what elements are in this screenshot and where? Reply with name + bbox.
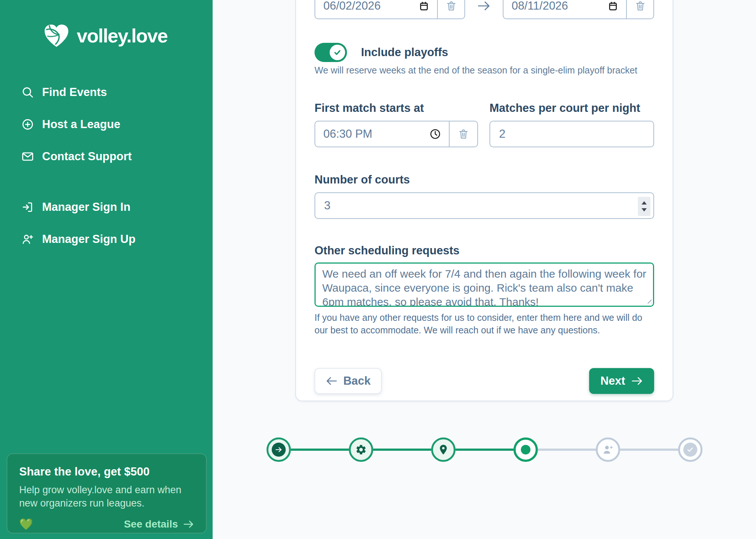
progress-stepper [213, 437, 756, 462]
stepper-connector [373, 449, 431, 451]
first-match-field: First match starts at 06:30 PM [315, 102, 478, 147]
clock-icon[interactable] [430, 128, 441, 140]
first-match-time-value: 06:30 PM [323, 127, 372, 141]
courts-label: Number of courts [315, 173, 654, 186]
arrow-left-icon [326, 376, 337, 386]
matches-per-court-value: 2 [499, 127, 505, 141]
calendar-icon[interactable] [419, 1, 429, 11]
form-actions: Back Next [315, 368, 654, 394]
date-range-arrow-icon [477, 0, 491, 11]
other-requests-textarea[interactable]: We need an off week for 7/4 and then aga… [315, 262, 654, 307]
stepper-down-icon[interactable] [642, 208, 647, 212]
arrow-right-icon [631, 376, 643, 386]
end-date-input[interactable]: 08/11/2026 [504, 0, 626, 18]
green-heart-icon: 💚 [19, 519, 33, 530]
start-date-value: 06/02/2026 [323, 0, 381, 13]
clear-end-date-button[interactable] [626, 0, 653, 18]
back-label: Back [343, 374, 371, 388]
sidebar-item-host-league[interactable]: Host a League [0, 108, 213, 140]
other-requests-helper: If you have any other requests for us to… [315, 311, 654, 336]
first-match-label: First match starts at [315, 102, 478, 115]
logo-text: volley.love [77, 25, 168, 47]
step-settings[interactable] [349, 437, 373, 462]
volleyball-heart-icon [44, 24, 69, 47]
person-plus-icon [602, 443, 614, 456]
stepper-connector [538, 449, 596, 451]
include-playoffs-row: Include playoffs [315, 43, 654, 62]
stepper-up-icon[interactable] [642, 201, 647, 205]
check-icon [333, 48, 341, 56]
matches-per-court-label: Matches per court per night [489, 102, 654, 115]
other-requests-label: Other scheduling requests [315, 244, 654, 257]
check-icon [683, 443, 697, 457]
stepper-connector [620, 449, 678, 451]
season-date-range: 06/02/2026 08/11/20 [315, 0, 654, 19]
next-button[interactable]: Next [589, 368, 654, 394]
trash-icon [635, 0, 645, 12]
end-date-group: 08/11/2026 [503, 0, 654, 19]
promo-body: Help grow volley.love and earn when new … [19, 484, 194, 510]
sidebar: volley.love Find Events Host a League Co… [0, 0, 213, 539]
playoffs-description: We will reserve weeks at the end of the … [315, 65, 654, 76]
trash-icon [458, 128, 468, 140]
sign-in-icon [21, 201, 34, 213]
end-date-value: 08/11/2026 [512, 0, 568, 13]
sidebar-item-find-events[interactable]: Find Events [0, 76, 213, 108]
next-label: Next [600, 374, 625, 388]
time-and-matches-row: First match starts at 06:30 PM [315, 102, 654, 147]
plus-circle-icon [21, 118, 34, 131]
secondary-nav: Manager Sign In Manager Sign Up [0, 191, 213, 255]
courts-field: Number of courts 3 [315, 173, 654, 219]
current-step-dot [521, 445, 530, 454]
clear-start-date-button[interactable] [437, 0, 464, 18]
arrow-right-icon [272, 443, 286, 457]
matches-per-court-field: Matches per court per night 2 [489, 102, 654, 147]
sidebar-item-label: Host a League [42, 118, 120, 131]
include-playoffs-label: Include playoffs [361, 46, 448, 59]
sidebar-item-label: Manager Sign Up [42, 233, 135, 246]
sidebar-item-manager-sign-in[interactable]: Manager Sign In [0, 191, 213, 223]
toggle-knob [330, 45, 345, 60]
step-location[interactable] [431, 437, 456, 462]
referral-promo-card: Share the love, get $500 Help grow volle… [7, 453, 207, 533]
mail-icon [21, 150, 34, 163]
sidebar-item-contact-support[interactable]: Contact Support [0, 140, 213, 172]
step-schedule-current[interactable] [513, 437, 538, 462]
sidebar-item-manager-sign-up[interactable]: Manager Sign Up [0, 223, 213, 255]
first-match-group: 06:30 PM [315, 121, 478, 147]
primary-nav: Find Events Host a League Contact Suppor… [0, 76, 213, 172]
courts-value: 3 [324, 199, 330, 212]
start-date-input[interactable]: 06/02/2026 [315, 0, 437, 18]
logo[interactable]: volley.love [0, 0, 213, 47]
trash-icon [446, 0, 456, 12]
clear-time-button[interactable] [449, 121, 477, 147]
back-button[interactable]: Back [315, 368, 382, 394]
sidebar-item-label: Contact Support [42, 150, 132, 163]
main-content: 06/02/2026 08/11/20 [213, 0, 756, 539]
arrow-right-icon [183, 520, 194, 529]
promo-title: Share the love, get $500 [19, 465, 194, 478]
calendar-icon[interactable] [608, 1, 618, 11]
step-review[interactable] [678, 437, 702, 462]
search-icon [21, 86, 34, 99]
person-plus-icon [21, 233, 34, 246]
step-start[interactable] [267, 437, 291, 462]
schedule-form-card: 06/02/2026 08/11/20 [295, 0, 673, 401]
stepper-connector [456, 449, 513, 451]
location-pin-icon [437, 444, 449, 456]
courts-input[interactable]: 3 [315, 192, 654, 219]
include-playoffs-toggle[interactable] [315, 43, 347, 62]
see-details-label: See details [124, 518, 178, 530]
start-date-group: 06/02/2026 [315, 0, 465, 19]
sidebar-item-label: Find Events [42, 86, 107, 99]
sidebar-item-label: Manager Sign In [42, 200, 130, 214]
first-match-time-input[interactable]: 06:30 PM [315, 121, 449, 147]
other-requests-field: Other scheduling requests We need an off… [315, 244, 654, 336]
step-people[interactable] [596, 437, 620, 462]
gear-icon [355, 444, 367, 456]
number-stepper[interactable] [638, 197, 650, 216]
see-details-link[interactable]: See details [124, 518, 194, 530]
matches-per-court-input[interactable]: 2 [489, 121, 654, 147]
stepper-connector [291, 449, 349, 451]
